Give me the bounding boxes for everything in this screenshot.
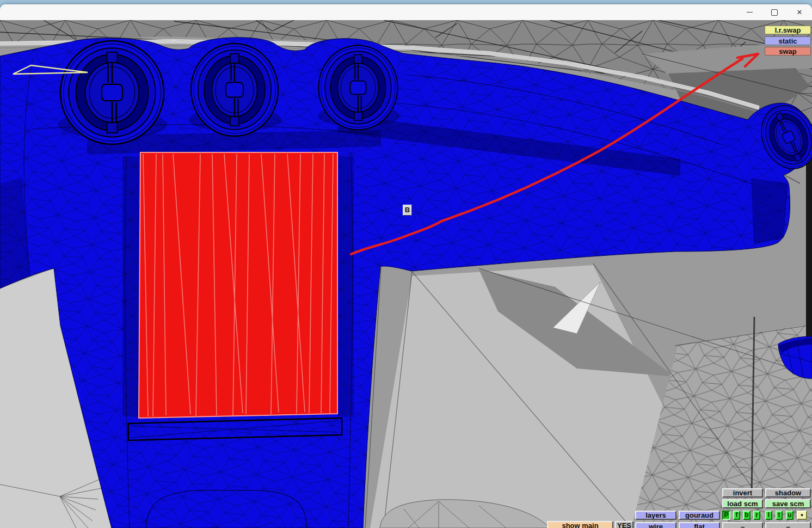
show-main-button[interactable]: show main bbox=[547, 521, 613, 528]
selected-faces-panel bbox=[139, 152, 337, 418]
gouraud-button[interactable]: gouraud bbox=[679, 511, 720, 520]
3d-scene bbox=[0, 20, 812, 528]
close-button[interactable]: ✕ bbox=[787, 4, 812, 20]
close-icon: ✕ bbox=[797, 9, 803, 16]
wire-button[interactable]: wire bbox=[635, 522, 676, 528]
maximize-button[interactable] bbox=[762, 4, 787, 20]
flag-t-button[interactable]: t bbox=[776, 511, 783, 520]
load-scm-button[interactable]: load scm bbox=[722, 499, 763, 508]
static-button[interactable]: static bbox=[765, 36, 811, 45]
minimize-icon bbox=[747, 12, 753, 13]
key-hint-badge: B bbox=[403, 205, 412, 216]
shadow-button[interactable]: shadow bbox=[765, 488, 811, 498]
flag-l-button[interactable]: l bbox=[765, 511, 772, 520]
spinner-left-button[interactable]: – bbox=[722, 522, 763, 528]
flag-r-button[interactable]: r bbox=[753, 511, 760, 520]
flag-f-button[interactable]: f bbox=[733, 511, 740, 520]
dot-flag-button[interactable]: ● bbox=[797, 511, 807, 520]
title-bar: ✕ bbox=[0, 4, 812, 21]
minimize-button[interactable] bbox=[737, 4, 762, 20]
lr-swap-button[interactable]: l.r.swap bbox=[765, 26, 811, 34]
save-scm-button[interactable]: save scm bbox=[765, 499, 811, 508]
invert-button[interactable]: invert bbox=[722, 488, 763, 498]
flag-p-button[interactable]: P bbox=[722, 511, 730, 520]
layers-button[interactable]: layers bbox=[635, 511, 676, 520]
app-window: ✕ bbox=[0, 4, 812, 528]
flag-u-button[interactable]: u bbox=[786, 511, 793, 520]
viewport-canvas[interactable]: l.r.swap static swap bbox=[0, 20, 812, 528]
spinner-right-button[interactable]: – bbox=[765, 522, 811, 528]
show-main-value[interactable]: YES bbox=[615, 521, 633, 528]
flat-button[interactable]: flat bbox=[679, 522, 720, 528]
swap-button[interactable]: swap bbox=[765, 47, 811, 56]
flag-b-button[interactable]: b bbox=[743, 511, 751, 520]
maximize-icon bbox=[771, 9, 778, 16]
